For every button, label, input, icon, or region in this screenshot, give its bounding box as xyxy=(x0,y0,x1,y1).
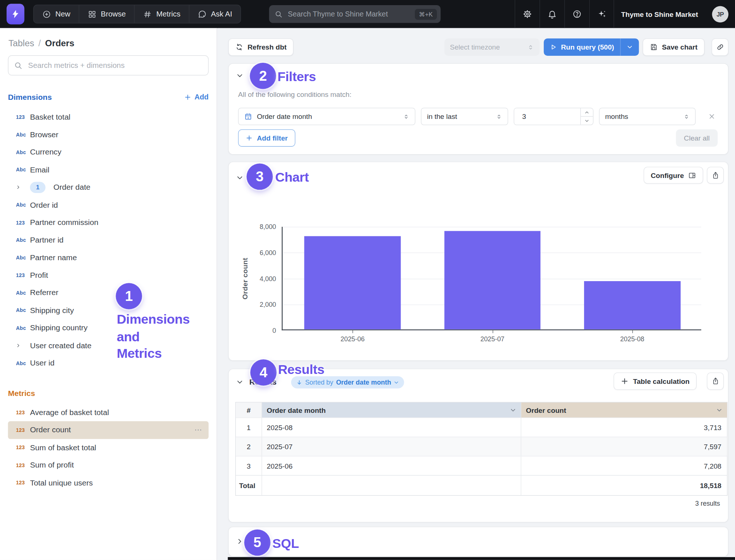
global-search-input[interactable] xyxy=(287,10,410,19)
breadcrumb-separator: / xyxy=(39,39,41,49)
sidebar-field-item[interactable]: 123Average of basket total xyxy=(8,404,209,421)
string-type-icon: Abc xyxy=(16,132,27,137)
filters-section: All of the following conditions match: O… xyxy=(228,63,728,154)
chevron-down-icon xyxy=(584,118,589,123)
column-header-month[interactable]: Order date month xyxy=(262,403,521,418)
org-switcher[interactable]: Thyme to Shine Market xyxy=(621,0,698,28)
sidebar-field-item[interactable]: AbcUser id xyxy=(8,354,209,372)
search-icon xyxy=(275,10,283,18)
number-type-icon: 123 xyxy=(16,114,27,120)
stepper-up-button[interactable] xyxy=(581,108,593,117)
sidebar-field-item[interactable]: AbcCurrency xyxy=(8,143,209,161)
bar[interactable] xyxy=(444,231,541,330)
settings-button[interactable] xyxy=(515,0,540,28)
results-collapse-chevron-icon[interactable] xyxy=(236,379,243,386)
sql-expand-chevron-icon[interactable] xyxy=(236,538,243,545)
run-query-options-button[interactable] xyxy=(621,39,639,56)
column-header-count[interactable]: Order count xyxy=(521,403,727,418)
configure-chart-button[interactable]: Configure xyxy=(644,167,703,184)
x-tick-label: 2025-07 xyxy=(423,335,562,342)
help-button[interactable] xyxy=(564,0,589,28)
timezone-select[interactable]: Select timezone xyxy=(444,39,539,56)
app-window: New Browse Metrics Ask AI ⌘+K Thyme to S… xyxy=(0,0,735,560)
nav-ask-ai-button[interactable]: Ask AI xyxy=(189,5,240,23)
hash-icon xyxy=(143,10,152,18)
filters-collapse-chevron-icon[interactable] xyxy=(236,72,243,79)
table-row[interactable]: 22025-077,597 xyxy=(236,437,727,456)
field-item-label: Basket total xyxy=(30,113,70,121)
sidebar-field-item[interactable]: 123Basket total xyxy=(8,108,209,126)
sidebar-field-item[interactable]: 123Total unique users xyxy=(8,474,209,491)
y-tick-label: 2,000 xyxy=(260,301,276,308)
sidebar-field-item[interactable]: AbcReferrer xyxy=(8,284,209,302)
sidebar-field-item[interactable]: 1Order date xyxy=(8,178,209,196)
ai-sparkles-button[interactable] xyxy=(589,0,614,28)
column-menu-chevron-icon[interactable] xyxy=(716,407,723,413)
sidebar-field-item[interactable]: AbcShipping country xyxy=(8,319,209,337)
filter-field-value: Order date month xyxy=(257,112,312,120)
filter-unit-select[interactable]: months xyxy=(599,108,696,125)
grid-icon xyxy=(88,10,97,18)
breadcrumb-tables-link[interactable]: Tables xyxy=(8,39,34,49)
nav-metrics-button[interactable]: Metrics xyxy=(134,5,189,23)
stepper-down-button[interactable] xyxy=(581,117,593,125)
bar[interactable] xyxy=(304,236,401,329)
column-header-month-label: Order date month xyxy=(267,406,326,414)
refresh-icon xyxy=(235,43,243,51)
sidebar-field-item[interactable]: 123Partner commission xyxy=(8,214,209,231)
notifications-button[interactable] xyxy=(540,0,565,28)
chart-collapse-chevron-icon[interactable] xyxy=(236,174,243,181)
link-icon xyxy=(716,43,724,51)
field-item-label: Average of basket total xyxy=(30,408,109,417)
fields-search-input[interactable] xyxy=(27,61,203,70)
save-chart-button[interactable]: Save chart xyxy=(643,39,705,56)
string-type-icon: Abc xyxy=(16,360,27,366)
sidebar-field-item[interactable]: AbcPartner id xyxy=(8,231,209,249)
export-results-button[interactable] xyxy=(707,372,724,390)
sorted-by-pill[interactable]: Sorted by Order date month xyxy=(291,376,404,388)
fields-search[interactable] xyxy=(8,55,209,76)
string-type-icon: Abc xyxy=(16,149,27,155)
filter-value-input[interactable] xyxy=(514,108,580,125)
results-title: Results xyxy=(249,378,276,386)
filter-field-select[interactable]: Order date month xyxy=(238,108,416,125)
refresh-dbt-button[interactable]: Refresh dbt xyxy=(228,39,294,56)
more-options-icon[interactable]: ⋯ xyxy=(195,426,209,434)
column-header-count-label: Order count xyxy=(526,406,566,414)
table-row[interactable]: 32025-067,208 xyxy=(236,456,727,475)
table-calculation-button[interactable]: Table calculation xyxy=(614,372,696,390)
save-icon xyxy=(650,43,658,51)
sidebar-field-item[interactable]: AbcBrowser xyxy=(8,126,209,143)
column-menu-chevron-icon[interactable] xyxy=(510,407,516,413)
field-item-label: Browser xyxy=(30,130,58,139)
remove-filter-icon[interactable] xyxy=(708,113,715,120)
sidebar-field-item[interactable]: AbcOrder id xyxy=(8,196,209,214)
filter-operator-select[interactable]: in the last xyxy=(421,108,508,125)
filter-value-stepper xyxy=(514,108,593,125)
sidebar-field-item[interactable]: 123Sum of basket total xyxy=(8,439,209,457)
sidebar-field-item[interactable]: AbcShipping city xyxy=(8,302,209,319)
chat-star-icon xyxy=(198,10,207,18)
add-dimension-button[interactable]: Add xyxy=(184,93,209,101)
sidebar-field-item[interactable]: AbcPartner name xyxy=(8,249,209,266)
run-query-button[interactable]: Run query (500) xyxy=(544,39,620,56)
table-row[interactable]: 12025-083,713 xyxy=(236,418,727,437)
add-filter-button[interactable]: Add filter xyxy=(238,129,296,146)
sidebar-field-item[interactable]: 123Sum of profit xyxy=(8,457,209,474)
share-link-button[interactable] xyxy=(712,39,728,56)
avatar[interactable]: JP xyxy=(712,6,728,23)
x-axis-tick xyxy=(352,330,353,333)
nav-browse-button[interactable]: Browse xyxy=(79,5,134,23)
nav-new-button[interactable]: New xyxy=(34,5,79,23)
sidebar-field-item[interactable]: AbcEmail xyxy=(8,161,209,179)
global-search[interactable]: ⌘+K xyxy=(269,5,441,23)
filter-rule-row: Order date month in the last months xyxy=(238,108,716,125)
export-chart-button[interactable] xyxy=(707,167,724,184)
sidebar-field-item[interactable]: 123Profit xyxy=(8,266,209,284)
sidebar-field-item[interactable]: User created date xyxy=(8,337,209,354)
sidebar-field-item[interactable]: 123Order count⋯ xyxy=(8,421,209,439)
share-icon xyxy=(712,171,720,179)
bar[interactable] xyxy=(584,281,681,330)
app-logo[interactable] xyxy=(7,4,25,24)
clear-all-button[interactable]: Clear all xyxy=(676,129,718,146)
